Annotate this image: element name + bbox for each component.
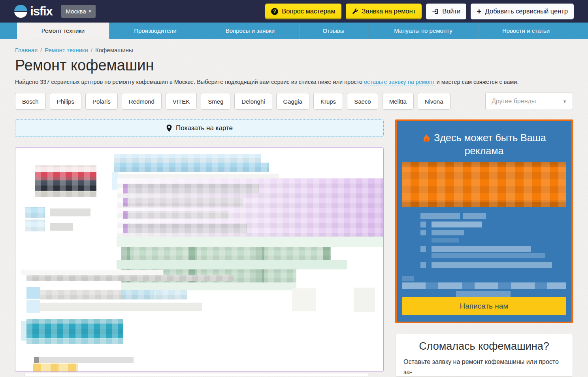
censored-list-item [128, 184, 259, 193]
tab-reviews[interactable]: Отзывы [299, 23, 368, 39]
page-content: Главная/Ремонт техники/Кофемашины Ремонт… [0, 39, 588, 377]
censored-text-line [21, 270, 163, 275]
next-card-edge [24, 373, 368, 376]
request-promo-text: Оставьте заявку на ремонт кофемашины или… [403, 357, 565, 377]
sidebar: Здесь может быть Ваша реклама [395, 119, 573, 377]
censored-text-line [40, 290, 187, 299]
censored-ad-line [402, 282, 566, 289]
plus-icon: + [477, 7, 481, 15]
censored-ad-line [432, 253, 545, 258]
brand-filter-delonghi[interactable]: Delonghi [234, 93, 272, 110]
censored-listing-title [114, 163, 269, 172]
censored-phone-block [26, 319, 123, 344]
city-label: Москва [66, 8, 86, 15]
intro-after: и мастер сам свяжется с вами. [435, 79, 519, 85]
brand-filter-gaggia[interactable]: Gaggia [276, 93, 309, 110]
tab-repair-manuals[interactable]: Мануалы по ремонту [368, 23, 478, 39]
repair-request-button[interactable]: Заявка на ремонт [346, 4, 422, 19]
censored-text-line [39, 357, 134, 363]
city-selector[interactable]: Москва ▾ [61, 5, 96, 18]
button-label: Добавить сервисный центр [485, 8, 568, 15]
ad-title-line2: реклама [465, 145, 504, 156]
censored-ad-line [402, 276, 414, 281]
add-service-center-button[interactable]: + Добавить сервисный центр [471, 4, 574, 19]
topbar-actions: ? Вопрос мастерам Заявка на ремонт Войти… [265, 4, 574, 19]
tab-questions-requests[interactable]: Вопросы и заявки [202, 23, 299, 39]
censored-rating-stars [33, 364, 78, 372]
breadcrumb-separator: / [40, 47, 42, 53]
censored-green-row [121, 282, 296, 290]
censored-ad-line [432, 230, 464, 235]
brand-filter-smeg[interactable]: Smeg [201, 93, 230, 110]
tab-manufacturers[interactable]: Производители [109, 23, 202, 39]
advertisement-card: Здесь может быть Ваша реклама [395, 119, 573, 323]
censored-ad-line [463, 213, 486, 219]
brand-filter-vitek[interactable]: VITEK [166, 93, 197, 110]
censored-text-line [50, 223, 73, 231]
censored-ad-line [420, 213, 460, 219]
censored-ad-banner [402, 162, 566, 207]
leave-request-link[interactable]: оставьте заявку на ремонт [364, 79, 435, 85]
censored-highlight-panel [117, 178, 384, 238]
write-to-us-button[interactable]: Написать нам [402, 297, 566, 315]
censored-green-row [121, 247, 331, 260]
ad-title-line1: Здесь может быть Ваша [434, 132, 546, 143]
brand-filter-saeco[interactable]: Saeco [347, 93, 378, 110]
censored-ad-line [432, 262, 552, 268]
login-button[interactable]: Войти [426, 4, 466, 19]
intro-text: Найдено 337 сервисных центров по ремонту… [15, 79, 573, 85]
ask-masters-button[interactable]: ? Вопрос мастерам [265, 4, 341, 19]
page-title: Ремонт кофемашин [15, 57, 573, 74]
censored-cell [354, 288, 375, 312]
button-label: Войти [442, 8, 460, 15]
censored-cell [21, 321, 26, 341]
other-brands-select[interactable]: Другие бренды ▼ [485, 93, 573, 110]
censored-listing-title [114, 154, 261, 163]
topbar: isfix Москва ▾ ? Вопрос мастерам Заявка … [0, 0, 588, 23]
censored-ad-bullet [420, 230, 426, 235]
map-pin-icon [166, 124, 172, 132]
censored-ad-line [456, 291, 511, 297]
censored-ad-bullet [420, 222, 426, 227]
censored-ad-bullet [420, 246, 426, 252]
censored-badge [25, 207, 45, 218]
logo[interactable]: isfix [14, 4, 53, 19]
breadcrumb-current: Кофемашины [95, 47, 133, 53]
censored-text-line [26, 275, 234, 281]
censored-green-row [117, 260, 347, 269]
breadcrumb: Главная/Ремонт техники/Кофемашины [15, 47, 573, 53]
censored-ad-line [432, 222, 482, 227]
censored-ad-line [432, 238, 459, 242]
brand-filter-redmond[interactable]: Redmond [122, 93, 162, 110]
logo-text: isfix [30, 4, 53, 19]
show-on-map-button[interactable]: Показать на карте [15, 119, 384, 137]
censored-listing-logo [35, 165, 96, 197]
intro-before: Найдено 337 сервисных центров по ремонту… [15, 79, 364, 85]
brand-filter-krups[interactable]: Krups [313, 93, 343, 110]
breadcrumb-home[interactable]: Главная [15, 47, 38, 53]
brand-filter-polaris[interactable]: Polaris [85, 93, 118, 110]
brand-filter-melitta[interactable]: Melitta [382, 93, 414, 110]
brand-filter-philips[interactable]: Philips [50, 93, 81, 110]
wrench-icon [352, 8, 358, 15]
breadcrumb-repair[interactable]: Ремонт техники [45, 47, 88, 53]
censored-list-item [128, 211, 229, 219]
ad-title: Здесь может быть Ваша реклама [397, 131, 571, 157]
results-column: Показать на карте [15, 119, 384, 376]
tab-repair[interactable]: Ремонт техники [17, 23, 109, 39]
brand-filter-bosch[interactable]: Bosch [15, 93, 46, 110]
censored-badge [25, 220, 45, 231]
flame-icon [422, 133, 431, 142]
caret-down-icon: ▾ [89, 9, 91, 14]
question-circle-icon: ? [271, 8, 278, 15]
censored-green-row [117, 237, 384, 247]
censored-list-item [128, 224, 247, 233]
brand-filter-nivona[interactable]: Nivona [418, 93, 450, 110]
breadcrumb-separator: / [91, 47, 92, 53]
request-promo-text-line: Оставьте заявку на ремонт кофемашины или… [403, 357, 565, 377]
logo-icon [14, 5, 27, 18]
tab-news-articles[interactable]: Новости и статьи [478, 23, 574, 39]
caret-down-icon: ▼ [563, 99, 567, 104]
service-listing-card [15, 147, 384, 372]
censored-list-item [128, 198, 243, 206]
